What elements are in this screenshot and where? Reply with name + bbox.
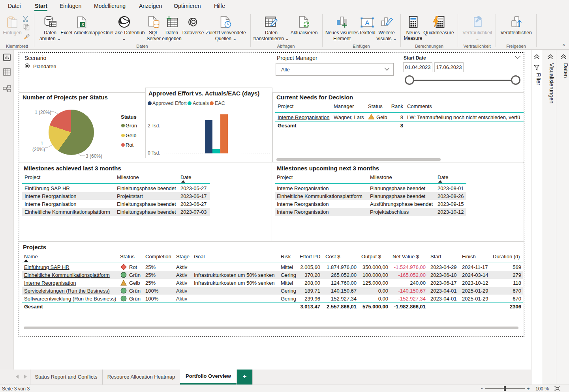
svg-text:A: A [365,19,370,27]
svg-text:X: X [81,22,84,27]
